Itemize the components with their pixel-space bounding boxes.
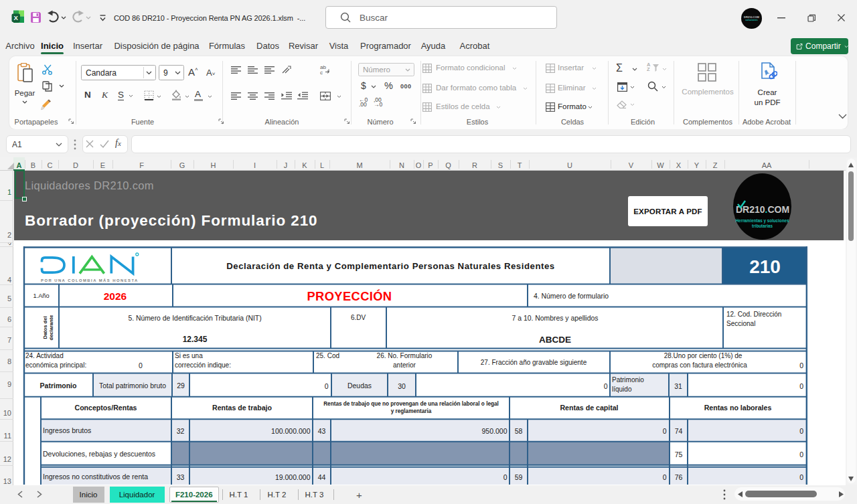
svg-text:Patrimonio: Patrimonio: [40, 382, 77, 390]
svg-text:líquido: líquido: [612, 386, 632, 393]
svg-text:Devoluciones, rebajas y descue: Devoluciones, rebajas y descuentos: [43, 450, 155, 458]
svg-text:Datos del: Datos del: [42, 316, 48, 339]
svg-text:Deudas: Deudas: [347, 382, 372, 390]
svg-text:12. Cod. Dirección: 12. Cod. Dirección: [726, 311, 781, 318]
svg-text:PROYECCIÓN: PROYECCIÓN: [307, 289, 392, 303]
svg-text:0: 0: [503, 473, 508, 481]
svg-text:Si es una: Si es una: [175, 352, 203, 359]
svg-text:0: 0: [663, 473, 667, 481]
svg-text:Rentas de trabajo que no prove: Rentas de trabajo que no provengan de un…: [323, 401, 499, 407]
svg-text:30: 30: [398, 382, 406, 390]
svg-text:100.000.000: 100.000.000: [271, 427, 311, 435]
svg-text:29: 29: [177, 382, 185, 390]
svg-text:0: 0: [604, 382, 608, 390]
svg-text:44: 44: [318, 473, 326, 481]
svg-text:26. No. Formulario: 26. No. Formulario: [377, 352, 433, 359]
svg-text:declarante: declarante: [48, 315, 54, 341]
svg-text:0: 0: [325, 382, 329, 390]
svg-text:0: 0: [139, 361, 143, 369]
svg-text:0: 0: [799, 450, 803, 458]
svg-text:compras con factura electrónic: compras con factura electrónica: [652, 361, 747, 369]
svg-text:25. Cod: 25. Cod: [316, 352, 339, 359]
svg-text:58: 58: [515, 427, 523, 435]
svg-text:12.345: 12.345: [183, 335, 208, 344]
svg-text:POR UNA COLOMBIA MÁS HONESTA: POR UNA COLOMBIA MÁS HONESTA: [41, 278, 139, 282]
svg-text:Total patrimonio bruto: Total patrimonio bruto: [99, 382, 166, 390]
svg-text:Ingresos brutos: Ingresos brutos: [43, 426, 91, 434]
svg-text:anterior: anterior: [393, 361, 416, 369]
svg-text:Ingresos no constitutivos de r: Ingresos no constitutivos de renta: [43, 473, 148, 481]
svg-text:1.Año: 1.Año: [33, 292, 49, 299]
svg-text:43: 43: [318, 427, 326, 435]
svg-text:950.000: 950.000: [482, 427, 508, 435]
svg-text:0: 0: [799, 382, 803, 390]
svg-text:59: 59: [515, 473, 523, 481]
svg-text:5. Número de Identificación Tr: 5. Número de Identificación Tributaria (…: [128, 315, 261, 322]
svg-text:4. Número de formulario: 4. Número de formulario: [534, 292, 609, 300]
svg-text:Seccional: Seccional: [726, 320, 755, 327]
svg-text:31: 31: [674, 382, 682, 390]
svg-text:0: 0: [799, 473, 803, 481]
svg-text:económica principal:: económica principal:: [25, 361, 86, 369]
svg-text:6.DV: 6.DV: [351, 314, 366, 321]
svg-text:210: 210: [749, 256, 781, 277]
svg-text:33: 33: [177, 473, 185, 481]
svg-text:75: 75: [675, 450, 683, 458]
svg-text:corrección indique:: corrección indique:: [175, 361, 231, 369]
svg-text:0: 0: [799, 427, 803, 435]
svg-text:2026: 2026: [104, 290, 127, 302]
svg-text:76: 76: [675, 473, 683, 481]
svg-text:Rentas de trabajo: Rentas de trabajo: [212, 404, 272, 412]
svg-text:y reglamentaria: y reglamentaria: [391, 408, 432, 414]
svg-text:74: 74: [675, 427, 683, 435]
svg-text:32: 32: [177, 427, 185, 435]
svg-text:Declaración de Renta y Complem: Declaración de Renta y Complementario Pe…: [226, 261, 555, 271]
svg-text:0: 0: [663, 427, 667, 435]
svg-text:27. Fracción año gravable sigu: 27. Fracción año gravable siguiente: [481, 359, 587, 366]
svg-text:0: 0: [799, 361, 803, 369]
svg-text:24. Actividad: 24. Actividad: [25, 352, 64, 359]
svg-text:Conceptos/Rentas: Conceptos/Rentas: [74, 404, 137, 412]
svg-text:19.000.000: 19.000.000: [275, 473, 311, 481]
svg-text:28.Uno por ciento (1%) de: 28.Uno por ciento (1%) de: [664, 352, 743, 359]
svg-text:Rentas de capital: Rentas de capital: [560, 404, 618, 412]
svg-text:Patrimonio: Patrimonio: [612, 376, 644, 384]
svg-text:Rentas no laborales: Rentas no laborales: [704, 404, 772, 412]
svg-text:ABCDE: ABCDE: [539, 335, 571, 345]
svg-text:7 a 10. Nombres y apellidos: 7 a 10. Nombres y apellidos: [512, 315, 599, 322]
